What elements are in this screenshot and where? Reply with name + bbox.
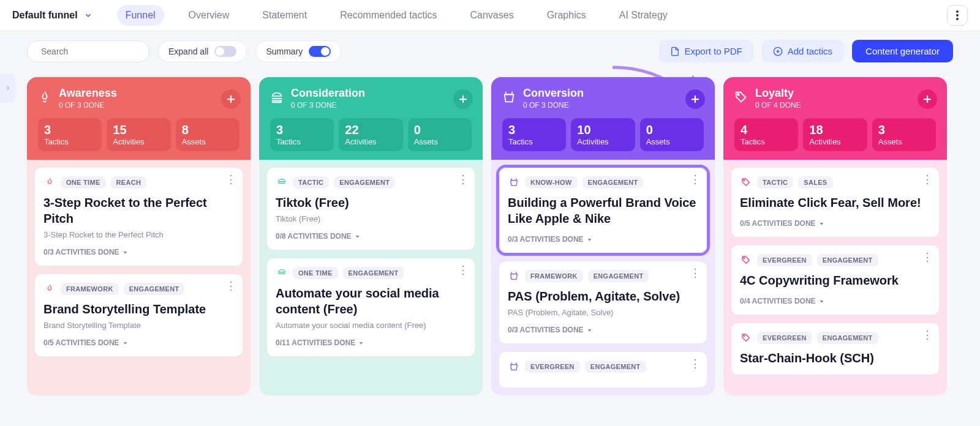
card-tag: EVERGREEN: [757, 332, 812, 344]
column-progress: 0 OF 3 DONE: [523, 101, 584, 110]
stat-label: Activities: [113, 137, 164, 146]
stat-box: 3Tactics: [502, 118, 566, 151]
card-description: Automate your social media content (Free…: [276, 321, 466, 330]
export-pdf-button[interactable]: Export to PDF: [659, 40, 753, 62]
stat-label: Tactics: [508, 137, 560, 146]
funnel-selector[interactable]: Default funnel: [12, 10, 92, 21]
stat-number: 15: [113, 123, 164, 137]
side-expand-handle[interactable]: [0, 73, 16, 103]
add-tactics-button[interactable]: Add tactics: [762, 40, 843, 62]
tactic-card[interactable]: EVERGREENENGAGEMENT ⋮ 4C Copywriting Fra…: [731, 245, 940, 315]
card-menu-button[interactable]: ⋮: [458, 267, 469, 274]
search-input[interactable]: [41, 47, 148, 56]
card-activities-toggle[interactable]: 0/11 ACTIVITIES DONE: [276, 338, 364, 347]
top-bar: Default funnel Funnel Overview Statement…: [0, 0, 980, 31]
tab-ai-strategy[interactable]: AI Strategy: [611, 5, 676, 26]
card-menu-button[interactable]: ⋮: [922, 332, 933, 338]
card-menu-button[interactable]: ⋮: [922, 176, 933, 183]
card-category-icon: [508, 271, 520, 281]
content-generator-button[interactable]: Content generator: [852, 40, 953, 62]
card-menu-button[interactable]: ⋮: [225, 176, 236, 183]
card-activities-toggle[interactable]: 0/8 ACTIVITIES DONE: [276, 232, 360, 241]
card-tag: EVERGREEN: [757, 254, 812, 266]
card-menu-button[interactable]: ⋮: [922, 254, 933, 261]
search-box[interactable]: [27, 40, 149, 62]
svg-marker-27: [820, 223, 823, 225]
card-title: Tiktok (Free): [276, 195, 466, 211]
card-tags-row: TACTICSALES: [740, 176, 930, 189]
card-category-icon: [276, 177, 288, 187]
tactic-card[interactable]: FRAMEWORKENGAGEMENT ⋮ Brand Storytelling…: [34, 274, 243, 357]
add-card-button[interactable]: [685, 89, 705, 109]
summary-toggle[interactable]: Summary: [255, 40, 341, 62]
more-menu[interactable]: [947, 5, 968, 26]
stat-box: 0Assets: [640, 118, 704, 151]
card-description: 3-Step Rocket to the Perfect Pitch: [43, 230, 234, 239]
stat-box: 3Tactics: [270, 118, 334, 151]
export-icon: [670, 47, 680, 56]
card-menu-button[interactable]: ⋮: [690, 361, 701, 367]
card-menu-button[interactable]: ⋮: [690, 176, 701, 183]
card-activities-toggle[interactable]: 0/5 ACTIVITIES DONE: [43, 338, 128, 347]
card-tag: ENGAGEMENT: [334, 176, 395, 189]
add-card-button[interactable]: [918, 89, 937, 109]
card-activities-toggle[interactable]: 0/4 ACTIVITIES DONE: [740, 297, 824, 305]
plus-icon: [225, 94, 236, 105]
tactic-card[interactable]: KNOW-HOWENGAGEMENT ⋮ Building a Powerful…: [499, 167, 707, 253]
tactic-card[interactable]: EVERGREENENGAGEMENT ⋮: [499, 351, 707, 388]
stat-number: 8: [182, 123, 233, 137]
tab-statement[interactable]: Statement: [254, 5, 315, 26]
tactic-card[interactable]: FRAMEWORKENGAGEMENT ⋮ PAS (Problem, Agit…: [499, 261, 707, 344]
stat-number: 3: [878, 123, 930, 137]
card-tag: TACTIC: [293, 176, 329, 189]
expand-all-toggle[interactable]: Expand all: [158, 40, 247, 62]
card-activities-toggle[interactable]: 0/3 ACTIVITIES DONE: [508, 235, 592, 244]
tab-funnel[interactable]: Funnel: [117, 5, 164, 26]
column-body: ONE TIMEREACH ⋮ 3-Step Rocket to the Per…: [27, 160, 251, 364]
add-card-button[interactable]: [221, 89, 241, 109]
column-body: KNOW-HOWENGAGEMENT ⋮ Building a Powerful…: [491, 160, 715, 395]
card-tag: TACTIC: [757, 176, 793, 189]
stat-label: Tactics: [741, 137, 792, 146]
plus-circle-icon: [773, 47, 783, 56]
svg-point-28: [744, 258, 745, 259]
tactic-card[interactable]: ONE TIMEENGAGEMENT ⋮ Automate your socia…: [266, 258, 475, 357]
column-icon: [734, 91, 748, 106]
card-activities-toggle[interactable]: 0/3 ACTIVITIES DONE: [43, 248, 128, 256]
card-tags-row: EVERGREENENGAGEMENT: [740, 332, 930, 344]
card-tag: ENGAGEMENT: [817, 332, 878, 344]
card-menu-button[interactable]: ⋮: [690, 270, 701, 277]
card-tags-row: FRAMEWORKENGAGEMENT: [43, 283, 234, 295]
card-tag: REACH: [111, 176, 147, 189]
card-category-icon: [740, 255, 752, 265]
stat-number: 3: [44, 123, 96, 137]
chevron-down-icon: [587, 237, 592, 242]
tab-recommended[interactable]: Recommended tactics: [331, 5, 445, 26]
tab-overview[interactable]: Overview: [180, 5, 238, 26]
card-activities-toggle[interactable]: 0/3 ACTIVITIES DONE: [508, 326, 592, 334]
tab-graphics[interactable]: Graphics: [538, 5, 595, 26]
card-menu-button[interactable]: ⋮: [225, 283, 236, 290]
stat-label: Assets: [646, 137, 698, 146]
expand-all-label: Expand all: [168, 47, 208, 56]
tab-canvases[interactable]: Canvases: [462, 5, 522, 26]
add-card-button[interactable]: [453, 89, 473, 109]
summary-switch[interactable]: [309, 46, 331, 57]
tactic-card[interactable]: ONE TIMEREACH ⋮ 3-Step Rocket to the Per…: [34, 167, 243, 266]
chevron-down-icon: [819, 299, 824, 304]
card-menu-button[interactable]: ⋮: [458, 176, 469, 183]
svg-marker-10: [123, 252, 127, 254]
column-header: Consideration 0 OF 3 DONE 3Tactics22Acti…: [259, 77, 483, 160]
chevron-down-icon: [819, 221, 824, 226]
stat-box: 3Assets: [872, 118, 936, 151]
card-tag: ENGAGEMENT: [343, 267, 404, 279]
card-activities-toggle[interactable]: 0/5 ACTIVITIES DONE: [740, 219, 824, 228]
stat-label: Assets: [878, 137, 930, 146]
tactic-card[interactable]: EVERGREENENGAGEMENT ⋮ Star-Chain-Hook (S…: [731, 323, 940, 375]
stat-label: Activities: [577, 137, 628, 146]
expand-all-switch[interactable]: [214, 46, 236, 57]
tactic-card[interactable]: TACTICENGAGEMENT ⋮ Tiktok (Free) Tiktok …: [266, 167, 475, 250]
plus-icon: [458, 94, 469, 105]
tactic-card[interactable]: TACTICSALES ⋮ Eliminate Click Fear, Sell…: [731, 167, 940, 237]
toolbar: Expand all Summary Export to PDF Add tac…: [0, 31, 980, 71]
